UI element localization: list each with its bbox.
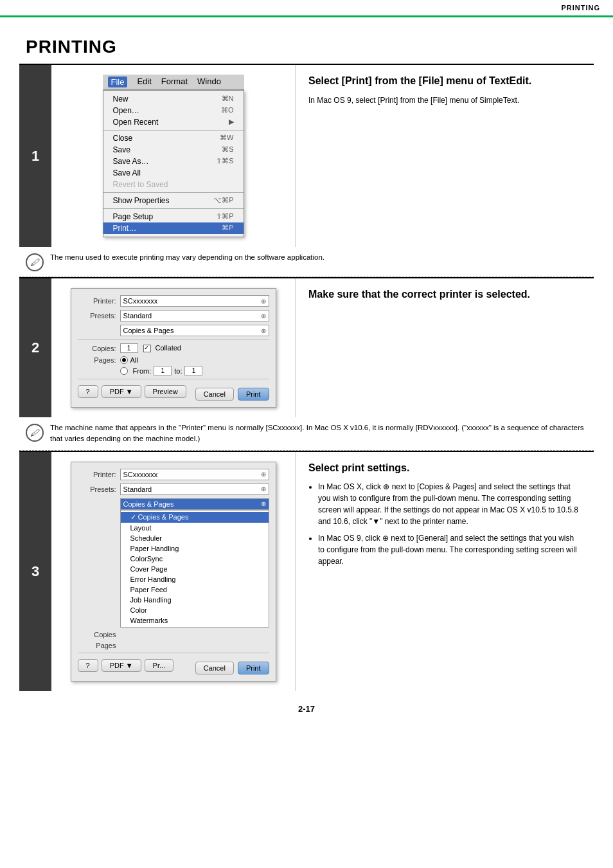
dialog3-printer-row: Printer: SCxxxxxxx ⊕ [78,469,269,480]
step-1-heading: Select [Print] from the [File] menu of T… [308,75,581,88]
dialog3-left-buttons: ? PDF ▼ Pr... [78,659,174,672]
step-3-heading: Select print settings. [308,462,581,475]
dialog3-printer-value: SCxxxxxxx [123,471,158,478]
dialog-print-button[interactable]: Print [238,388,269,401]
step-1-number-col: 1 [19,65,51,247]
dialog3-presets-select[interactable]: Standard ⊕ [120,484,269,495]
dialog-left-buttons: ? PDF ▼ Preview [78,385,186,398]
dialog3-cancel-button[interactable]: Cancel [195,662,234,674]
note-icon-symbol-2: 🖊 [30,428,39,438]
header-title: PRINTING [561,4,600,12]
dropdown-item-paper-feed[interactable]: Paper Feed [121,584,269,595]
dialog3-presets-row: Presets: Standard ⊕ [78,484,269,495]
dialog3-pdf-button[interactable]: PDF ▼ [102,659,141,672]
dialog-pages-type-row: Copies & Pages ⊕ [78,325,269,336]
mac-menu-screenshot: File Edit Format Windo New⌘N Open…⌘O [103,75,244,237]
dialog-preview-button[interactable]: Preview [145,385,186,398]
dialog3-section-select[interactable]: Copies & Pages ⊕ [120,498,269,510]
step-3-text-col: Select print settings. In Mac OS X, clic… [296,452,594,691]
dropdown-item-layout[interactable]: Layout [121,523,269,533]
dialog-printer-value: SCxxxxxxx [123,297,158,305]
dialog-presets-select[interactable]: Standard ⊕ [120,310,269,321]
file-menu-dropdown: New⌘N Open…⌘O Open Recent▶ Close⌘W [103,90,244,237]
menu-item-open-recent[interactable]: Open Recent▶ [103,116,244,128]
menu-item-new[interactable]: New⌘N [103,93,244,105]
dialog-sep-2 [78,379,269,379]
menu-item-close[interactable]: Close⌘W [103,132,244,144]
step-3-image-col: Printer: SCxxxxxxx ⊕ Presets: Standard ⊕ [51,452,296,691]
dialog3-preview-button[interactable]: Pr... [145,659,174,672]
dialog-cancel-button[interactable]: Cancel [195,388,234,401]
dialog3-copies-row: Copies [78,631,269,638]
dropdown-item-cover-page[interactable]: Cover Page [121,564,269,574]
dialog3-printer-select[interactable]: SCxxxxxxx ⊕ [120,469,269,480]
dialog-pdf-button[interactable]: PDF ▼ [102,385,141,398]
step-1-text-col: Select [Print] from the [File] menu of T… [296,65,594,247]
dialog-printer-row: Printer: SCxxxxxxx ⊕ [78,295,269,307]
note-icon-symbol: 🖊 [30,257,39,267]
step-2-note-text: The machine name that appears in the "Pr… [50,422,587,445]
dropdown-item-copies[interactable]: ✓ Copies & Pages [121,512,269,523]
menu-separator-3 [103,208,244,209]
dialog-copies-row: Copies: Collated [78,343,269,353]
dialog-pages-type-value: Copies & Pages [123,327,174,334]
pages-from-input[interactable] [154,366,172,375]
dialog3-bottom-row: ? PDF ▼ Pr... Cancel Print [78,656,269,674]
menu-item-save-as[interactable]: Save As…⇧⌘S [103,156,244,167]
menu-item-print[interactable]: Print…⌘P [103,222,244,234]
dialog3-section-value: Copies & Pages [123,500,174,508]
menu-item-open[interactable]: Open…⌘O [103,105,244,116]
dropdown-item-watermarks[interactable]: Watermarks [121,615,269,626]
pages-all-label: All [130,356,138,364]
page-number: 2-17 [298,704,315,714]
dropdown-item-color[interactable]: Color [121,605,269,615]
step-1: 1 File Edit Format Windo New⌘N [19,64,594,277]
menu-item-show-properties[interactable]: Show Properties⌥⌘P [103,195,244,206]
pages-to-input[interactable] [184,366,202,375]
menu-format[interactable]: Format [161,77,188,87]
pages-from-radio[interactable] [120,367,128,375]
dialog3-section-arrow: ⊕ [261,500,266,507]
menu-item-save[interactable]: Save⌘S [103,144,244,156]
menu-edit[interactable]: Edit [137,77,151,87]
menu-separator-1 [103,130,244,131]
dropdown-menu: ✓ Copies & Pages Layout Scheduler Paper … [120,510,269,628]
dialog-copies-input[interactable] [120,343,138,353]
menu-window[interactable]: Windo [197,77,221,87]
step-1-image-col: File Edit Format Windo New⌘N Open…⌘O [51,65,296,247]
dialog3-sep [78,653,269,653]
dialog-pages-type-select[interactable]: Copies & Pages ⊕ [120,325,269,336]
menu-separator-2 [103,192,244,193]
page-title: PRINTING [26,37,587,57]
dialog-help-button[interactable]: ? [78,385,98,398]
dialog3-print-button[interactable]: Print [238,662,269,674]
step-3-number: 3 [31,563,39,580]
dialog3-help-button[interactable]: ? [78,659,98,672]
print-dialog-step2: Printer: SCxxxxxxx ⊕ Presets: Standard ⊕ [71,288,276,408]
step-3-number-col: 3 [19,452,51,691]
dialog3-right-buttons: Cancel Print [195,662,269,674]
step-1-note-text: The menu used to execute printing may va… [50,252,324,263]
dropdown-item-colorsync[interactable]: ColorSync [121,554,269,564]
header-bar: PRINTING [0,0,613,17]
menu-file[interactable]: File [108,77,128,87]
dropdown-item-scheduler[interactable]: Scheduler [121,533,269,543]
print-dialog-step3: Printer: SCxxxxxxx ⊕ Presets: Standard ⊕ [71,462,276,682]
menu-item-save-all[interactable]: Save All [103,167,244,179]
dialog3-pages-label: Pages [78,642,116,649]
dialog3-section-row: Copies & Pages ⊕ ✓ Copies & Pages Layout… [78,498,269,628]
menu-item-page-setup[interactable]: Page Setup⇧⌘P [103,211,244,222]
dialog3-copies-label: Copies [78,631,116,638]
collated-checkbox[interactable] [143,345,151,352]
dialog3-presets-arrow: ⊕ [261,485,266,493]
step-2-image-col: Printer: SCxxxxxxx ⊕ Presets: Standard ⊕ [51,278,296,417]
dropdown-item-paper-handling[interactable]: Paper Handling [121,543,269,554]
step-1-body: 1 File Edit Format Windo New⌘N [19,64,594,247]
note-icon-1: 🖊 [26,253,44,271]
dropdown-item-job-handling[interactable]: Job Handling [121,595,269,605]
dialog-printer-select[interactable]: SCxxxxxxx ⊕ [120,295,269,307]
dialog-presets-label: Presets: [78,312,116,320]
pages-all-radio[interactable] [120,356,128,364]
dropdown-item-error-handling[interactable]: Error Handling [121,574,269,584]
step-2-number: 2 [31,339,39,356]
